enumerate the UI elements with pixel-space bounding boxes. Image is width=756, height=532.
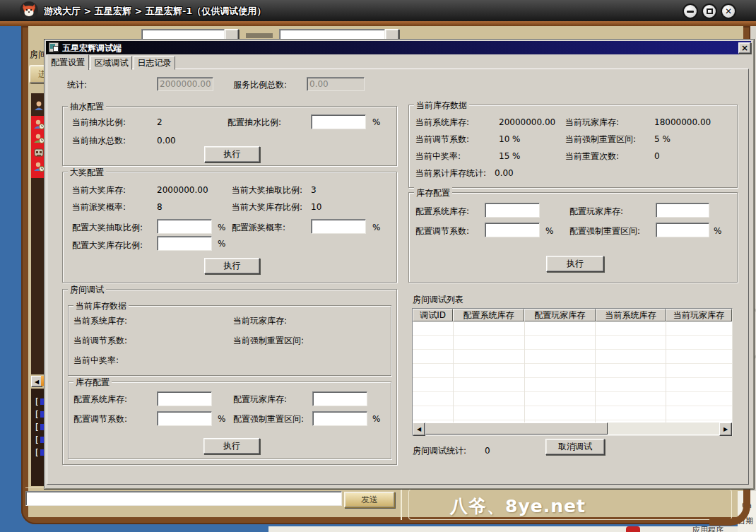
column-header-current-player-stock[interactable]: 当前玩家库存 <box>666 309 732 321</box>
percent-sign: % <box>545 226 553 236</box>
minimize-icon <box>687 11 694 13</box>
current-prize-prob-label: 当前派奖概率: <box>72 202 126 212</box>
config-force-input[interactable] <box>656 223 709 237</box>
config-adjust-label: 配置调节系数: <box>415 226 469 236</box>
room-debug-data-group-title: 当前库存数据 <box>73 300 129 312</box>
cancel-debug-button[interactable]: 取消调试 <box>545 439 605 455</box>
stats-label: 统计: <box>67 80 87 90</box>
config-adjust-input[interactable] <box>485 223 540 237</box>
dialog-close-button[interactable]: × <box>738 42 751 54</box>
column-header-current-sys-stock[interactable]: 当前系统库存 <box>596 309 666 321</box>
current-player-stock-value: 18000000.00 <box>654 117 711 127</box>
player-avatar-icon <box>33 100 45 112</box>
chat-line-bracket: [ <box>35 410 39 420</box>
config-jackpot-draw-label: 配置大奖抽取比例: <box>72 223 143 232</box>
config-prize-prob-input[interactable] <box>311 219 366 234</box>
player-avatar-clock-icon <box>33 119 45 130</box>
room-config-player-stock-input[interactable] <box>312 391 367 406</box>
config-pump-ratio-label: 配置抽水比例: <box>228 117 281 127</box>
room-config-force-input[interactable] <box>312 411 367 426</box>
current-player-stock-label: 当前玩家库存: <box>565 117 619 127</box>
app-logo-fox-icon <box>20 1 38 20</box>
player-avatar-clock-icon <box>33 161 45 172</box>
current-adjust-label: 当前调节系数: <box>415 134 469 144</box>
tab-area-debug[interactable]: 区域调试 <box>90 56 132 70</box>
breadcrumb: 游戏大厅 > 五星宏辉 > 五星宏辉-1（仅供调试使用） <box>44 5 266 18</box>
main-titlebar-brown-edge <box>0 21 756 26</box>
config-pump-ratio-input[interactable] <box>311 114 366 129</box>
room-debug-config-group-title: 库存配置 <box>73 377 112 389</box>
current-jackpot-stock-ratio-value: 10 <box>311 202 321 212</box>
current-pump-total-value: 0.00 <box>157 136 176 146</box>
bottom-vertical-divider <box>401 489 402 520</box>
current-jackpot-stock-label: 当前大奖库存: <box>72 185 126 195</box>
maximize-icon <box>707 8 713 14</box>
inventory-config-execute-button[interactable]: 执行 <box>546 256 604 272</box>
config-sys-stock-input[interactable] <box>485 203 540 218</box>
close-button[interactable]: ✕ <box>721 4 736 19</box>
jackpot-execute-label: 执行 <box>224 260 241 272</box>
tab-log-record[interactable]: 日志记录 <box>134 56 175 70</box>
maximize-button[interactable] <box>702 4 717 19</box>
pump-execute-button[interactable]: 执行 <box>204 146 260 162</box>
scroll-left-icon: ◀ <box>417 426 421 432</box>
config-jackpot-stock-ratio-input[interactable] <box>157 236 212 251</box>
pump-config-group-title: 抽水配置 <box>68 101 106 113</box>
config-player-stock-label: 配置玩家库存: <box>569 206 623 216</box>
minimize-button[interactable] <box>683 4 698 19</box>
room-current-winrate-label: 当前中奖率: <box>73 355 119 365</box>
current-force-value: 5 % <box>654 134 671 144</box>
room-debug-table[interactable]: 调试ID 配置系统库存 配置玩家库存 当前系统库存 当前玩家库存 ◀ ▶ <box>412 308 733 436</box>
inventory-data-group-title: 当前库存数据 <box>414 100 469 112</box>
robot-avatar-icon <box>33 147 45 158</box>
chat-line-bracket: [ <box>35 448 39 458</box>
percent-sign: % <box>372 117 380 127</box>
config-force-label: 配置强制重置区间: <box>569 226 640 236</box>
background-window-bottom-strip: 应用程序 <box>268 526 756 532</box>
current-force-label: 当前强制重置区间: <box>565 134 636 144</box>
percent-sign: % <box>372 414 380 424</box>
stats-value-field <box>157 77 213 91</box>
config-jackpot-draw-input[interactable] <box>157 219 212 234</box>
inventory-config-group-title: 库存配置 <box>414 187 452 199</box>
watermark-site-text: 八爷、8ye.net <box>423 495 613 518</box>
current-pump-ratio-value: 2 <box>157 117 163 127</box>
column-header-config-player-stock[interactable]: 配置玩家库存 <box>524 309 596 321</box>
table-scroll-thumb[interactable] <box>425 422 608 435</box>
dialog-titlebar[interactable] <box>46 41 751 54</box>
room-current-adjust-label: 当前调节系数: <box>73 336 127 345</box>
send-button[interactable]: 发送 <box>344 492 395 508</box>
room-config-adjust-input[interactable] <box>157 411 212 426</box>
chat-input[interactable] <box>25 491 342 506</box>
current-cumulative-stock-label: 当前累计库存统计: <box>415 168 486 178</box>
column-header-debug-id[interactable]: 调试ID <box>413 309 453 321</box>
room-config-adjust-label: 配置调节系数: <box>73 414 127 424</box>
column-header-config-sys-stock[interactable]: 配置系统库存 <box>453 309 524 321</box>
tab-area-debug-label: 区域调试 <box>95 57 129 69</box>
config-player-stock-input[interactable] <box>656 203 709 218</box>
table-scroll-left-button[interactable]: ◀ <box>413 422 425 436</box>
dialog-app-icon <box>49 42 59 52</box>
scroll-left-icon: ◀ <box>35 379 39 385</box>
room-current-sys-stock-label: 当前系统库存: <box>73 316 127 326</box>
table-horizontal-scrollbar[interactable]: ◀ ▶ <box>413 422 732 435</box>
inventory-config-execute-label: 执行 <box>567 258 584 270</box>
config-sys-stock-label: 配置系统库存: <box>415 206 469 216</box>
current-winrate-label: 当前中奖率: <box>415 151 461 161</box>
config-jackpot-stock-ratio-label: 配置大奖库存比例: <box>72 240 143 250</box>
table-scroll-right-button[interactable]: ▶ <box>719 422 732 436</box>
service-ratio-label: 服务比例总数: <box>233 80 287 90</box>
tab-config-settings-label: 配置设置 <box>51 57 85 69</box>
dialog-close-icon: × <box>741 45 748 52</box>
jackpot-execute-button[interactable]: 执行 <box>204 258 260 274</box>
table-body[interactable] <box>413 321 732 422</box>
room-debug-execute-button[interactable]: 执行 <box>203 438 260 454</box>
room-config-sys-stock-input[interactable] <box>157 391 212 406</box>
pump-execute-label: 执行 <box>224 148 241 160</box>
room-debug-list-title: 房间调试列表 <box>413 295 463 305</box>
tab-config-settings[interactable]: 配置设置 <box>47 54 89 70</box>
config-prize-prob-label: 配置派奖概率: <box>232 223 285 232</box>
room-debug-execute-label: 执行 <box>223 440 240 452</box>
room-config-force-label: 配置强制重置区间: <box>233 414 304 424</box>
room-debug-stats-label: 房间调试统计: <box>413 446 466 456</box>
